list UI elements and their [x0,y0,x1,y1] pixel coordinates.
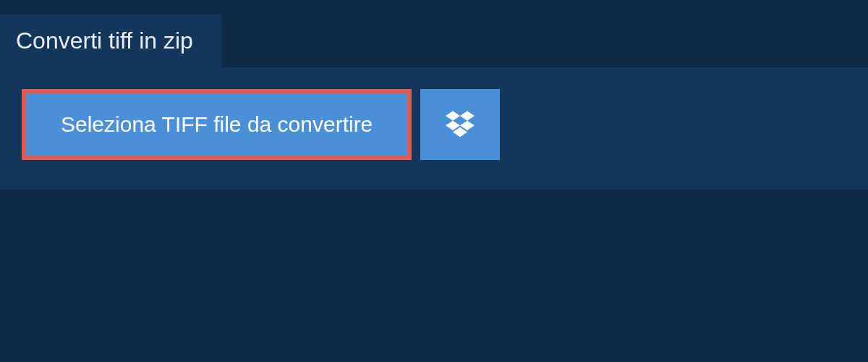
tab-header: Converti tiff in zip [0,14,222,67]
converter-panel: Seleziona TIFF file da convertire [0,67,868,189]
button-row: Seleziona TIFF file da convertire [22,89,846,160]
select-file-label: Seleziona TIFF file da convertire [61,112,373,137]
dropbox-icon [446,109,475,140]
select-file-button[interactable]: Seleziona TIFF file da convertire [22,89,412,160]
dropbox-button[interactable] [420,89,500,160]
tab-title: Converti tiff in zip [16,28,193,54]
